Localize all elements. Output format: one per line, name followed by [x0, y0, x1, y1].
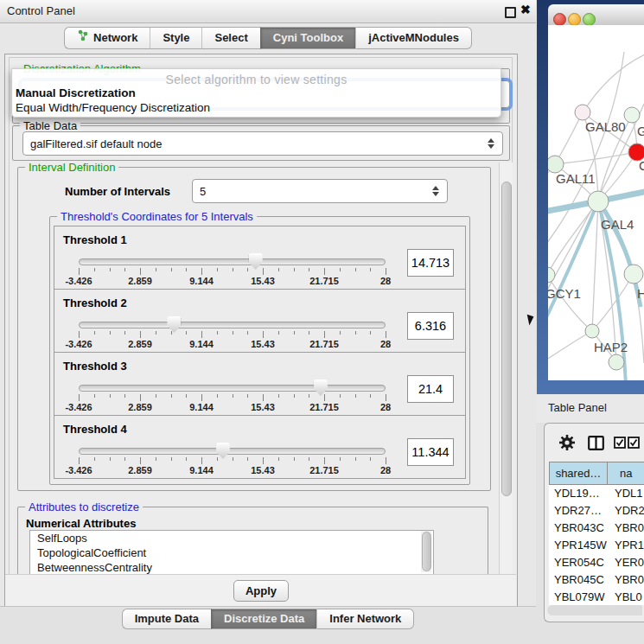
combo-stepper-icon[interactable]: [432, 186, 439, 196]
table-data-value: galFiltered.sif default node: [30, 137, 162, 150]
cell-name: YBR0: [608, 521, 644, 539]
table-row[interactable]: YDL19…YDL1: [549, 487, 644, 504]
panel-title: Control Panel: [7, 4, 75, 17]
table-row[interactable]: YBL079WYBL0: [549, 590, 644, 605]
slider-track[interactable]: [79, 385, 386, 392]
cell-shared-name: YDR27…: [549, 504, 608, 521]
cell-name: YDL1: [608, 487, 643, 504]
node-table[interactable]: shared…naYDL19…YDL1YDR27…YDR2YBR043CYBR0…: [549, 462, 644, 605]
network-edge[interactable]: [592, 274, 634, 331]
attr-list-scrollbar-thumb[interactable]: [422, 532, 431, 571]
cell-shared-name: YBR043C: [549, 521, 608, 539]
tab-select[interactable]: Select: [201, 27, 259, 49]
attribute-list-item[interactable]: BetweennessCentrality: [30, 560, 433, 575]
network-node-label: C: [639, 158, 644, 173]
network-node[interactable]: [609, 354, 624, 370]
network-edge-highlighted[interactable]: [548, 201, 598, 341]
network-node-label: GCY1: [548, 286, 581, 301]
slider-track[interactable]: [79, 322, 386, 328]
threshold-label: Threshold 1: [63, 233, 127, 246]
attribute-list-item[interactable]: TopologicalCoefficient: [30, 545, 433, 560]
table-panel-title: Table Panel: [548, 401, 607, 414]
form-scrollbar-thumb[interactable]: [501, 182, 512, 496]
network-node[interactable]: [575, 105, 590, 120]
tab-style[interactable]: Style: [150, 27, 201, 49]
apply-button[interactable]: Apply: [233, 580, 289, 602]
slider-scale-labels: -3.4262.8599.14415.4321.71528: [79, 465, 386, 475]
table-row[interactable]: YBR045CYBR0: [549, 573, 644, 590]
combo-stepper-icon[interactable]: [488, 138, 494, 149]
table-data-combobox[interactable]: galFiltered.sif default node: [22, 131, 503, 156]
threshold-label: Threshold 3: [63, 360, 127, 373]
form-scrollbar-track[interactable]: [499, 163, 513, 603]
attr-list-scrollbar-track[interactable]: [421, 531, 431, 572]
network-node-label: GAL80: [585, 119, 626, 134]
split-columns-icon[interactable]: [588, 436, 604, 454]
select-columns-icon[interactable]: [614, 437, 640, 452]
tab-label: jActiveMNodules: [368, 28, 459, 48]
minimize-traffic-light-icon[interactable]: [568, 13, 581, 26]
network-node[interactable]: [548, 267, 555, 283]
table-row[interactable]: YDR27…YDR2: [549, 504, 644, 521]
threshold-box-3: Threshold 3-3.4262.8599.14415.4321.71528…: [54, 352, 466, 416]
attributes-group-title: Attributes to discretize: [25, 501, 143, 513]
network-node-label: GA: [637, 124, 644, 138]
column-header-name[interactable]: na: [607, 462, 644, 485]
number-of-intervals-label: Number of Intervals: [65, 185, 170, 198]
threshold-value-field[interactable]: 6.316: [407, 312, 454, 340]
control-panel-titlebar: Control Panel ✖: [0, 0, 536, 23]
threshold-value-field[interactable]: 21.4: [407, 375, 454, 403]
number-of-intervals-combobox[interactable]: 5: [192, 179, 448, 203]
algorithm-dropdown-popup: Select algorithm to view settings Manual…: [11, 68, 501, 118]
table-row[interactable]: YBR043CYBR0: [549, 521, 644, 539]
network-node[interactable]: [624, 107, 640, 123]
slider-scale-labels: -3.4262.8599.14415.4321.71528: [79, 276, 386, 286]
network-node-label: HAP2: [594, 340, 628, 354]
network-node[interactable]: [585, 324, 599, 338]
threshold-value-field[interactable]: 14.713: [407, 249, 454, 277]
tab-jactivemnodules[interactable]: jActiveMNodules: [355, 27, 472, 49]
network-node-label: GAL11: [556, 171, 596, 186]
tab-label: Select: [214, 28, 247, 48]
network-node[interactable]: [624, 265, 643, 284]
mouse-cursor: [527, 313, 536, 325]
gear-icon[interactable]: [558, 434, 576, 455]
table-row[interactable]: YER054CYER0: [549, 556, 644, 573]
dropdown-prompt: Select algorithm to view settings: [12, 73, 501, 86]
slider-ticks: [79, 457, 386, 465]
network-edge[interactable]: [592, 201, 598, 331]
zoom-traffic-light-icon[interactable]: [583, 13, 596, 26]
bottom-tab-bar: Impute DataDiscretize DataInfer Network: [0, 609, 536, 629]
cell-shared-name: YBR045C: [549, 573, 608, 590]
dropdown-item-1[interactable]: Manual Discretization: [16, 86, 136, 99]
network-node[interactable]: [548, 156, 564, 173]
tab-infer-network[interactable]: Infer Network: [316, 609, 414, 629]
network-canvas[interactable]: GAL80GAGAL11CGAL4GCY1HHAP2: [548, 25, 644, 380]
table-hscrollbar-track[interactable]: [547, 605, 642, 615]
table-row[interactable]: YPR145WYPR1: [549, 539, 644, 556]
cell-name: YPR1: [608, 539, 644, 556]
tab-cyni-toolbox[interactable]: Cyni Toolbox: [260, 27, 355, 49]
attribute-list-item[interactable]: SelfLoops: [30, 531, 433, 545]
close-icon[interactable]: ✖: [520, 3, 531, 16]
network-node[interactable]: [588, 191, 609, 212]
slider-track[interactable]: [79, 448, 386, 455]
tab-label: Cyni Toolbox: [273, 28, 343, 48]
cell-name: YDR2: [608, 504, 644, 521]
network-window-titlebar[interactable]: [548, 4, 644, 26]
tab-label: Discretize Data: [224, 609, 304, 628]
threshold-value-field[interactable]: 11.344: [407, 438, 454, 466]
close-traffic-light-icon[interactable]: [553, 13, 566, 26]
tab-label: Impute Data: [135, 609, 199, 628]
column-header-shared[interactable]: shared…: [549, 462, 608, 485]
network-edge[interactable]: [548, 331, 592, 367]
tab-impute-data[interactable]: Impute Data: [122, 609, 211, 629]
tab-network[interactable]: Network: [64, 27, 150, 49]
slider-ticks: [79, 268, 386, 276]
numerical-attributes-list[interactable]: SelfLoopsTopologicalCoefficientBetweenne…: [29, 530, 434, 575]
float-window-icon[interactable]: [505, 7, 516, 18]
dropdown-item-2[interactable]: Equal Width/Frequency Discretization: [16, 101, 210, 114]
tab-discretize-data[interactable]: Discretize Data: [211, 609, 316, 629]
slider-track[interactable]: [79, 258, 386, 265]
table-data-group-title: Table Data: [20, 119, 80, 132]
